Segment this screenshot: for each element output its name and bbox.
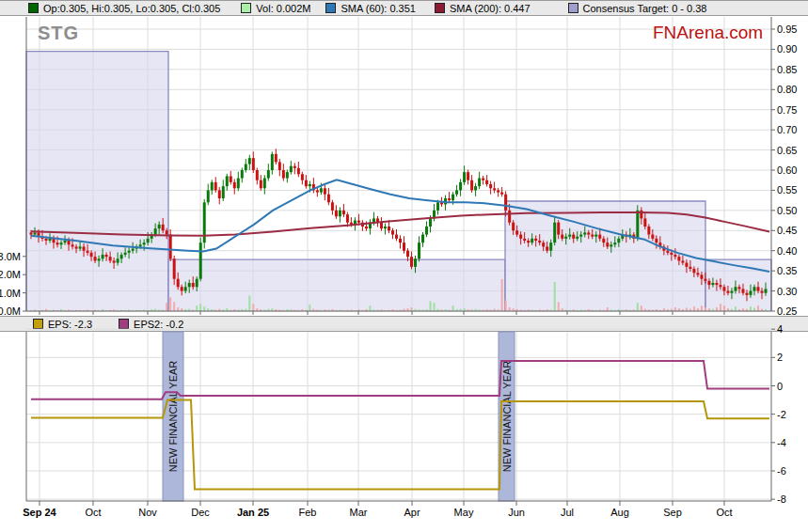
svg-text:Dec: Dec [191, 507, 210, 518]
svg-text:0: 0 [777, 381, 783, 392]
svg-text:Sep 24: Sep 24 [23, 507, 56, 518]
svg-text:Aug: Aug [610, 507, 629, 518]
svg-text:0.60: 0.60 [777, 164, 797, 176]
svg-text:NEW FINANCIAL YEAR: NEW FINANCIAL YEAR [167, 361, 179, 473]
svg-text:0.75: 0.75 [777, 104, 797, 116]
svg-text:Mar: Mar [350, 507, 368, 518]
svg-text:Oct: Oct [85, 507, 101, 518]
svg-text:0.85: 0.85 [777, 64, 797, 75]
svg-text:0.40: 0.40 [777, 245, 797, 257]
svg-text:Feb: Feb [299, 507, 317, 518]
svg-text:Nov: Nov [138, 507, 157, 518]
svg-text:-8: -8 [777, 493, 786, 505]
svg-text:-2: -2 [777, 409, 786, 420]
fnarena-logo[interactable]: FNArena.com [653, 23, 763, 43]
svg-text:Jul: Jul [561, 507, 574, 518]
svg-text:0.45: 0.45 [777, 225, 797, 236]
svg-text:0.80: 0.80 [777, 84, 797, 95]
svg-text:0.30: 0.30 [777, 286, 797, 297]
svg-text:0.65: 0.65 [777, 145, 797, 156]
svg-text:2: 2 [777, 352, 783, 363]
svg-text:Sep: Sep [663, 507, 682, 518]
svg-text:1.0M: 1.0M [0, 288, 21, 299]
svg-text:Jan 25: Jan 25 [237, 507, 269, 518]
svg-text:0.55: 0.55 [777, 184, 797, 196]
svg-text:0.25: 0.25 [777, 305, 797, 317]
svg-text:0.0M: 0.0M [0, 305, 21, 317]
svg-text:2.0M: 2.0M [0, 269, 21, 280]
svg-text:0.70: 0.70 [777, 124, 797, 135]
svg-text:-4: -4 [777, 437, 786, 448]
svg-text:0.90: 0.90 [777, 43, 797, 55]
svg-text:0.35: 0.35 [777, 265, 797, 276]
svg-text:May: May [454, 507, 474, 518]
stock-chart-page: Op:0.305, Hi:0.305, Lo:0.305, Cl:0.305 V… [0, 0, 808, 532]
chart-canvas: NEW FINANCIAL YEARNEW FINANCIAL YEAR0.95… [0, 0, 808, 532]
svg-text:Apr: Apr [404, 507, 420, 518]
svg-text:-6: -6 [777, 465, 786, 477]
svg-text:0.50: 0.50 [777, 205, 797, 216]
svg-text:Jun: Jun [508, 507, 525, 518]
svg-text:0.95: 0.95 [777, 23, 797, 35]
svg-text:3.0M: 3.0M [0, 251, 21, 262]
svg-text:NEW FINANCIAL YEAR: NEW FINANCIAL YEAR [501, 361, 513, 473]
svg-text:Oct: Oct [716, 507, 732, 518]
symbol-title: STG [38, 23, 79, 44]
svg-text:4: 4 [777, 323, 783, 335]
